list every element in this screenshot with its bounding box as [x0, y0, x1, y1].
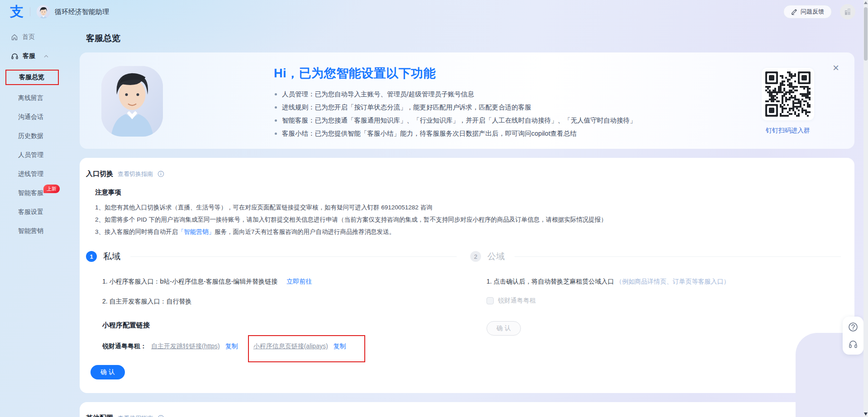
feedback-button[interactable]: 问题反馈: [783, 5, 832, 19]
step-1-circle: 1: [86, 251, 97, 262]
sidebar-item-label: 沟通会话: [18, 113, 43, 121]
hero-bullet: 客服小结：已为您提供智能「客服小结」能力，待客服服务次日数据产出后，即可询问co…: [274, 127, 636, 140]
usage-guide-link[interactable]: 查看使用指南: [118, 414, 153, 417]
public-item-1-note: （例如商品详情页、订单页等客服入口）: [615, 278, 730, 285]
switch-guide-link[interactable]: 查看切换指南: [118, 170, 153, 178]
notice-line-1: 1、如您有其他入口切换诉求（直播、生活号等），可在对应页面配置链接提交审核，如有…: [95, 201, 854, 213]
sidebar-item-label: 客服设置: [18, 208, 43, 216]
hero-bullet: 智能客服：已为您接通「客服通用知识库」、「行业知识库」，并开启「人工在线时自动接…: [274, 114, 636, 127]
floating-help-widget: [843, 317, 863, 355]
dingtalk-qr-block: 钉钉扫码进入群: [761, 68, 815, 135]
support-headset-icon[interactable]: [848, 339, 858, 349]
home-icon: [11, 33, 18, 41]
scroll-down-arrow[interactable]: [864, 412, 868, 416]
private-domain-column: 1 私域 1. 小程序客服入口：b站-小程序信息-客服信息-编辑并替换链接 立即…: [86, 251, 470, 379]
info-icon[interactable]: [157, 171, 164, 177]
merchant-checkbox-label: 锐财通粤粤租: [498, 297, 536, 305]
sidebar-item-label: 智能客服: [18, 189, 43, 197]
merchant-link-row: 锐财通粤粤租： 自主开发跳转链接(https) 复制 小程序信息页链接(alip…: [102, 342, 457, 351]
building-icon: [844, 8, 852, 16]
sidebar-item-staff-management[interactable]: 人员管理: [0, 146, 80, 165]
copy-alipays-link[interactable]: 复制: [334, 342, 346, 351]
org-avatar[interactable]: [840, 4, 855, 19]
divider: [130, 256, 457, 257]
page-title: 客服总览: [86, 33, 854, 44]
miniapp-config-title: 小程序配置链接: [102, 321, 457, 330]
entry-switch-card: 入口切换 查看切换指南 注意事项 1、如您有其他入口切换诉求（直播、生活号等），…: [80, 158, 854, 393]
hero-title: Hi，已为您智能设置以下功能: [274, 65, 636, 81]
help-icon[interactable]: [848, 322, 858, 332]
go-now-link[interactable]: 立即前往: [286, 278, 312, 285]
copy-https-link[interactable]: 复制: [225, 342, 238, 351]
feedback-label: 问题反馈: [801, 8, 824, 16]
alipays-info-link[interactable]: 小程序信息页链接(alipays): [253, 342, 328, 351]
sidebar-item-home[interactable]: 首页: [0, 29, 80, 45]
sidebar-item-smart-marketing[interactable]: 智能营销: [0, 222, 80, 241]
new-badge: 上新: [43, 185, 60, 193]
headset-icon: [11, 52, 19, 60]
sidebar-section-label: 客服: [23, 52, 35, 60]
merchant-checkbox[interactable]: [486, 297, 494, 304]
sidebar-item-label: 智能营销: [18, 227, 43, 235]
scroll-up-arrow[interactable]: [864, 1, 868, 4]
assistant-portrait: [101, 66, 163, 137]
hero-bullet-list: 人员管理：已为您自动导入主账号、管理员/超级管理员子账号信息 进线规则：已为您开…: [274, 88, 636, 140]
sidebar-section-service[interactable]: 客服: [0, 48, 80, 64]
other-config-card: 其他配置 查看使用指南 人员配置 商家私有知识库配置: [80, 402, 854, 417]
step-1-title: 私域: [103, 251, 120, 262]
pencil-icon: [791, 9, 797, 15]
alipay-logo: 支: [10, 5, 24, 19]
assistant-name: 循环经济智能助理: [55, 8, 109, 16]
notice-line-2: 2、如需将多个 PID 下的用户咨询集成至同一接待账号，请加入钉群提交相关信息进…: [95, 213, 854, 226]
chevron-up-icon: [44, 55, 48, 58]
sidebar-item-history-data[interactable]: 历史数据: [0, 127, 80, 146]
sidebar-item-label: 离线留言: [18, 94, 43, 102]
assistant-avatar: [37, 5, 50, 19]
sidebar-home-label: 首页: [22, 33, 35, 41]
top-bar: 支 循环经济智能助理 问题反馈: [0, 0, 868, 24]
annotated-link-group: 小程序信息页链接(alipays) 复制: [253, 342, 346, 351]
sidebar: 首页 客服 客服总览 离线留言 沟通会话 历史数据: [0, 24, 80, 241]
sidebar-item-inbound-management[interactable]: 进线管理: [0, 165, 80, 184]
sidebar-subnav: 客服总览 离线留言 沟通会话 历史数据 人员管理 进线管理 智能客服 上新: [0, 70, 80, 241]
sidebar-item-label: 历史数据: [18, 132, 43, 140]
qr-caption: 钉钉扫码进入群: [761, 127, 815, 135]
sidebar-item-label: 人员管理: [18, 151, 43, 159]
notice3-suffix: 服务，面向近7天有过客服咨询的用户自动进行商品推荐消息发送。: [215, 228, 395, 235]
sidebar-item-smart-service[interactable]: 智能客服 上新: [0, 184, 80, 203]
private-item-1-text: 1. 小程序客服入口：b站-小程序信息-客服信息-编辑并替换链接: [102, 278, 277, 285]
smart-marketing-link[interactable]: 「智能营销」: [178, 228, 215, 235]
sidebar-item-service-overview[interactable]: 客服总览: [5, 70, 59, 85]
step-2-title: 公域: [487, 251, 505, 262]
sidebar-item-offline-messages[interactable]: 离线留言: [0, 89, 80, 108]
sidebar-item-label: 进线管理: [18, 170, 43, 178]
private-item-1: 1. 小程序客服入口：b站-小程序信息-客服信息-编辑并替换链接 立即前往: [102, 278, 457, 286]
divider: [515, 256, 841, 257]
scrollbar[interactable]: [863, 0, 868, 417]
public-item-1-text: 1. 点击确认后，将自动替换芝麻租赁公域入口: [486, 278, 614, 285]
public-item-1: 1. 点击确认后，将自动替换芝麻租赁公域入口 （例如商品详情页、订单页等客服入口…: [486, 278, 841, 286]
step-2-circle: 2: [470, 251, 481, 262]
https-jump-link[interactable]: 自主开发跳转链接(https): [151, 342, 220, 351]
merchant-label: 锐财通粤粤租：: [102, 342, 147, 351]
info-icon[interactable]: [157, 415, 164, 417]
public-confirm-button[interactable]: 确 认: [486, 321, 521, 336]
notice-line-3: 3、接入客服的同时将自动开启「智能营销」服务，面向近7天有过客服咨询的用户自动进…: [95, 226, 854, 238]
hero-bullet: 进线规则：已为您开启「按订单状态分流」，能更好匹配用户诉求，匹配更合适的客服: [274, 101, 636, 114]
close-icon[interactable]: ×: [833, 62, 839, 73]
sidebar-item-service-settings[interactable]: 客服设置: [0, 203, 80, 222]
other-card-title: 其他配置: [86, 414, 113, 417]
main-content: 客服总览 Hi，已为您智能设置以下功能 人员管理：已为您自动导入主账号、管理员/…: [80, 24, 868, 417]
private-item-2: 2. 自主开发客服入口：自行替换: [102, 298, 457, 306]
sidebar-item-conversations[interactable]: 沟通会话: [0, 108, 80, 127]
qr-frame: [762, 68, 814, 120]
hero-bullet: 人员管理：已为您自动导入主账号、管理员/超级管理员子账号信息: [274, 88, 636, 101]
logo-divider: [30, 7, 30, 16]
qr-code: [765, 71, 811, 117]
merchant-checkbox-row: 锐财通粤粤租: [486, 297, 841, 305]
private-confirm-button[interactable]: 确 认: [91, 365, 125, 379]
entry-card-title: 入口切换: [86, 170, 113, 178]
hero-banner: Hi，已为您智能设置以下功能 人员管理：已为您自动导入主账号、管理员/超级管理员…: [80, 52, 854, 149]
notice-title: 注意事项: [95, 188, 854, 197]
scroll-thumb[interactable]: [864, 7, 868, 61]
